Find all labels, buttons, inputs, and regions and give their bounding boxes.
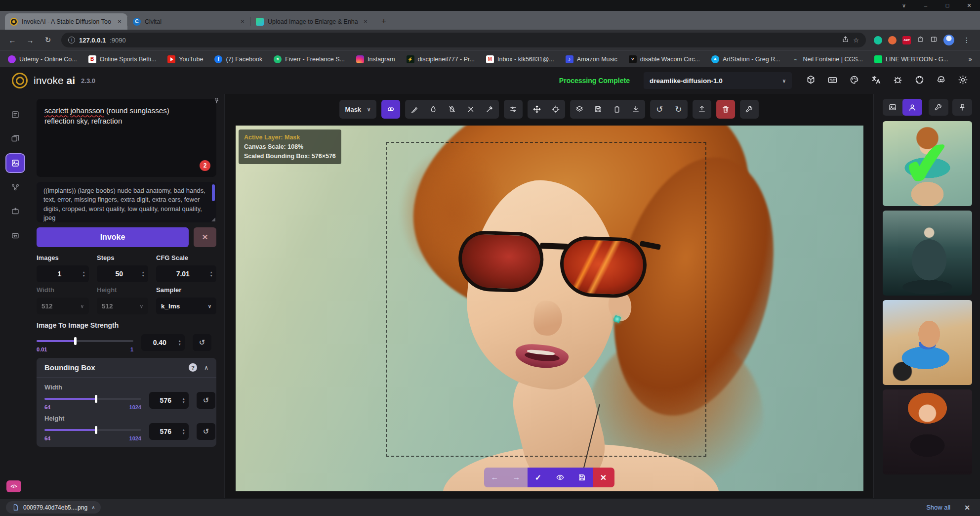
console-toggle-button[interactable]: </> (6, 480, 21, 492)
bookmark-facebook[interactable]: (7) Facebook (214, 55, 262, 63)
gallery-images-icon[interactable] (883, 99, 902, 116)
stepper-icons[interactable]: ▲▼ (142, 270, 145, 278)
bounding-box-header[interactable]: Bounding Box ? ∧ (37, 358, 216, 378)
resize-handle[interactable] (211, 217, 215, 221)
images-input[interactable]: 1▲▼ (37, 265, 89, 282)
reset-icon[interactable]: ↺ (197, 423, 215, 440)
height-select[interactable]: 512∨ (97, 298, 148, 314)
bookmark-star-icon[interactable]: ☆ (853, 37, 859, 44)
adblock-extension-icon[interactable] (902, 36, 911, 44)
report-bug-icon[interactable] (893, 75, 903, 87)
window-close-button[interactable]: ✕ (958, 0, 980, 11)
img2img-strength-slider[interactable]: 0.01 1 (37, 334, 133, 351)
gallery-thumbnail[interactable] (883, 300, 972, 385)
stepper-icons[interactable]: ▲▼ (210, 270, 213, 278)
model-manager-cube-icon[interactable] (806, 75, 816, 87)
tab-text-to-image[interactable] (6, 106, 24, 124)
chevron-up-icon[interactable]: ∧ (204, 364, 208, 371)
profile-avatar[interactable] (943, 35, 954, 45)
window-minimize-button[interactable]: – (915, 0, 937, 11)
copy-to-clipboard-icon[interactable] (608, 100, 626, 119)
tab-post-processing[interactable] (6, 203, 24, 220)
reset-icon[interactable]: ↺ (197, 392, 215, 409)
invoke-button[interactable]: Invoke (37, 227, 189, 247)
bookmark-deviantart[interactable]: discipleneil777 - Pr... (407, 55, 475, 63)
negative-prompt-textarea[interactable]: ((implants)) (large boobs) nude bad anat… (37, 182, 216, 222)
bookmark-betting[interactable]: Online Sports Betti... (88, 55, 157, 63)
reload-button[interactable]: ↻ (41, 33, 55, 47)
bookmark-youtube[interactable]: YouTube (167, 55, 203, 63)
help-icon[interactable]: ? (189, 363, 197, 372)
stepper-icons[interactable]: ▲▼ (182, 397, 185, 404)
bookmark-fiverr[interactable]: Fiverr - Freelance S... (274, 55, 345, 63)
color-picker-icon[interactable] (480, 100, 499, 119)
gallery-settings-wrench-icon[interactable] (929, 99, 948, 116)
tab-close-icon[interactable]: ✕ (239, 18, 246, 26)
github-icon[interactable] (914, 75, 925, 87)
merge-visible-icon[interactable] (570, 100, 589, 119)
language-translate-icon[interactable] (871, 75, 881, 87)
tab-civitai[interactable]: Civitai ✕ (128, 13, 250, 30)
clear-mask-icon[interactable] (461, 100, 480, 119)
prompt-textarea[interactable]: scarlett johansson (round sunglasses) re… (37, 99, 216, 177)
preview-eye-icon[interactable] (549, 468, 571, 487)
download-chip[interactable]: 000979.40d74eb5....png ∧ (6, 501, 101, 514)
brush-options-icon[interactable] (504, 100, 523, 119)
layer-select[interactable]: Mask∨ (339, 100, 377, 119)
gallery-thumbnail-selected[interactable]: ✔ (883, 121, 972, 206)
slider-thumb[interactable] (95, 426, 97, 434)
save-to-gallery-icon[interactable] (589, 100, 608, 119)
reset-icon[interactable]: ↺ (193, 334, 211, 351)
bookmark-udemy[interactable]: Udemy - Online Co... (8, 55, 77, 63)
tab-nodes[interactable] (6, 178, 24, 196)
tab-image-to-image[interactable] (6, 130, 24, 148)
tab-close-icon[interactable]: ✕ (116, 18, 123, 26)
bookmark-wacom[interactable]: disable Wacom Circ... (629, 55, 700, 63)
new-tab-button[interactable]: + (377, 15, 390, 28)
sampler-select[interactable]: k_lms∨ (156, 298, 216, 314)
discard-x-icon[interactable]: ✕ (593, 468, 614, 487)
theme-palette-icon[interactable] (849, 75, 859, 87)
grammarly-extension-icon[interactable] (874, 36, 882, 44)
reset-view-icon[interactable] (546, 100, 565, 119)
canvas-settings-wrench-icon[interactable] (740, 100, 759, 119)
address-bar[interactable]: i 127.0.0.1:9090 ☆ (61, 33, 866, 47)
accept-check-icon[interactable]: ✓ (528, 468, 549, 487)
bbox-width-input[interactable]: 576▲▼ (149, 392, 189, 409)
tab-upload-image[interactable]: Upload Image to Enlarge & Enha ✕ (251, 13, 373, 30)
bookmark-gmail-inbox[interactable]: Inbox - klk56831@... (486, 55, 554, 63)
puzzle-extensions-icon[interactable] (917, 36, 924, 45)
chevron-up-icon[interactable]: ∧ (91, 505, 95, 510)
model-select[interactable]: dreamlike-diffusion-1.0 ∨ (644, 72, 792, 89)
steps-input[interactable]: 50▲▼ (97, 265, 148, 282)
next-image-icon[interactable]: → (506, 468, 528, 487)
img2img-strength-input[interactable]: 0.40▲▼ (141, 334, 185, 351)
bookmark-instagram[interactable]: Instagram (356, 55, 395, 63)
settings-gear-icon[interactable] (958, 75, 968, 87)
hotkeys-keyboard-icon[interactable] (827, 75, 838, 87)
bookmark-artstation[interactable]: ArtStation - Greg R... (711, 55, 780, 63)
gallery-uploads-person-icon[interactable] (902, 99, 922, 116)
volume-extension-icon[interactable] (888, 36, 897, 44)
tab-unified-canvas[interactable] (6, 154, 24, 172)
browser-menu-icon[interactable]: ⋮ (960, 36, 973, 44)
download-image-icon[interactable] (626, 100, 645, 119)
stepper-icons[interactable]: ▲▼ (82, 270, 85, 278)
back-button[interactable]: ← (5, 33, 20, 47)
erase-mask-icon[interactable] (443, 100, 461, 119)
move-tool-icon[interactable] (528, 100, 546, 119)
gallery-thumbnail[interactable] (883, 211, 972, 296)
clear-canvas-trash-icon[interactable] (716, 100, 735, 119)
cancel-button[interactable]: ✕ (194, 227, 216, 247)
canvas-image[interactable]: Active Layer: Mask Canvas Scale: 108% Sc… (236, 126, 863, 491)
tab-training[interactable] (6, 227, 24, 245)
cfg-scale-input[interactable]: 7.01▲▼ (156, 265, 216, 282)
forward-button[interactable]: → (23, 33, 38, 47)
sidebar-panel-icon[interactable] (930, 36, 938, 45)
gallery-thumbnail[interactable] (883, 389, 972, 474)
window-menu-caret-icon[interactable]: ∨ (893, 0, 915, 11)
share-icon[interactable] (842, 36, 849, 44)
bbox-height-slider[interactable]: 64 1024 (44, 423, 141, 440)
mask-options-button[interactable] (381, 100, 400, 119)
bookmark-amazon-music[interactable]: Amazon Music (566, 55, 617, 63)
